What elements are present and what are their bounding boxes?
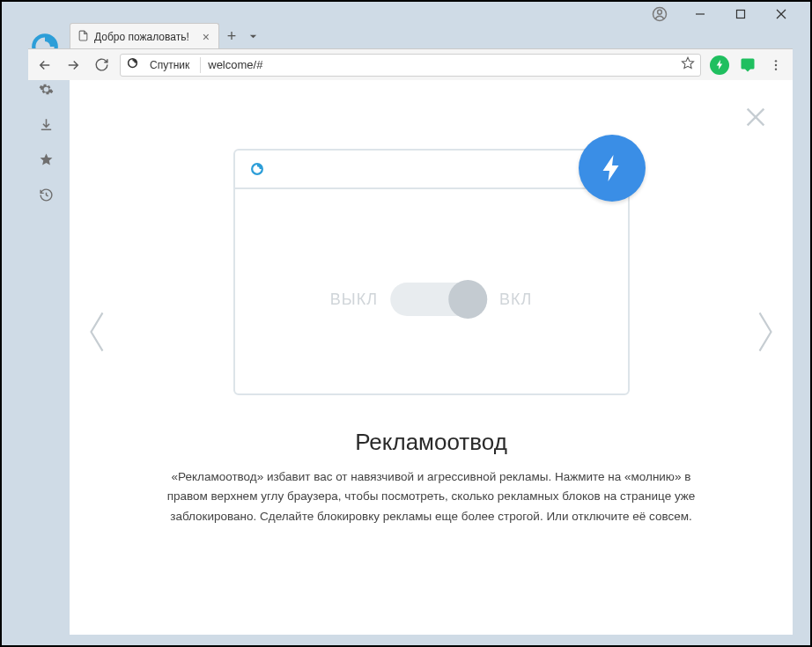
card-header [235, 151, 628, 189]
tab-close-icon[interactable]: × [203, 30, 210, 44]
svg-point-11 [775, 68, 777, 70]
search-engine-label: Спутник [146, 59, 193, 71]
addressbar-separator [200, 57, 201, 73]
svg-point-9 [775, 60, 777, 62]
user-account-icon[interactable] [639, 2, 680, 26]
url-text: welcome/# [208, 58, 262, 71]
main-menu-icon[interactable] [766, 55, 786, 75]
tab-active[interactable]: Добро пожаловать! × [70, 23, 219, 49]
bookmarks-star-icon[interactable] [38, 151, 54, 167]
tab-title: Добро пожаловать! [94, 31, 189, 43]
toolbar: Спутник welcome/# [28, 48, 793, 80]
adblock-extension-icon[interactable] [710, 55, 729, 75]
slide-description: «Рекламоотвод» избавит вас от навязчивой… [166, 467, 696, 526]
window-minimize-button[interactable] [680, 2, 720, 26]
slide-next-icon[interactable] [754, 309, 777, 358]
tab-menu-dropdown-icon[interactable] [244, 23, 262, 49]
sidebar [28, 81, 63, 202]
new-tab-button[interactable]: + [219, 23, 244, 49]
toggle-switch[interactable] [390, 283, 487, 316]
history-icon[interactable] [38, 187, 54, 202]
lightning-bolt-icon [579, 135, 646, 202]
document-icon [78, 30, 89, 44]
window-close-button[interactable] [761, 2, 801, 26]
toggle-container: ВЫКЛ ВКЛ [330, 283, 533, 316]
feedback-chat-icon[interactable] [738, 55, 757, 75]
slide-prev-icon[interactable] [85, 309, 108, 358]
reload-button[interactable] [92, 55, 111, 75]
toggle-off-label: ВЫКЛ [330, 290, 378, 309]
nav-back-button[interactable] [35, 55, 55, 75]
slide-close-icon[interactable] [743, 105, 768, 133]
feature-card: ВЫКЛ ВКЛ [233, 149, 630, 395]
toggle-on-label: ВКЛ [499, 290, 532, 309]
mini-logo-icon [249, 161, 265, 177]
tab-strip: Добро пожаловать! × + [70, 23, 262, 49]
page-content: ВЫКЛ ВКЛ Рекламоотвод «Рекламоотвод» изб… [70, 80, 793, 635]
nav-forward-button[interactable] [63, 55, 83, 75]
toggle-knob [448, 280, 487, 319]
address-bar[interactable]: Спутник welcome/# [120, 54, 701, 77]
svg-point-10 [775, 63, 777, 65]
svg-point-1 [658, 10, 662, 14]
downloads-icon[interactable] [38, 116, 54, 132]
svg-rect-3 [737, 11, 745, 18]
settings-gear-icon[interactable] [38, 81, 54, 97]
window-maximize-button[interactable] [720, 2, 761, 26]
search-engine-icon [126, 56, 139, 73]
browser-window: Добро пожаловать! × + Спутник welcome/# [2, 2, 810, 645]
bookmark-star-icon[interactable] [681, 56, 695, 74]
slide-heading: Рекламоотвод [70, 429, 793, 456]
